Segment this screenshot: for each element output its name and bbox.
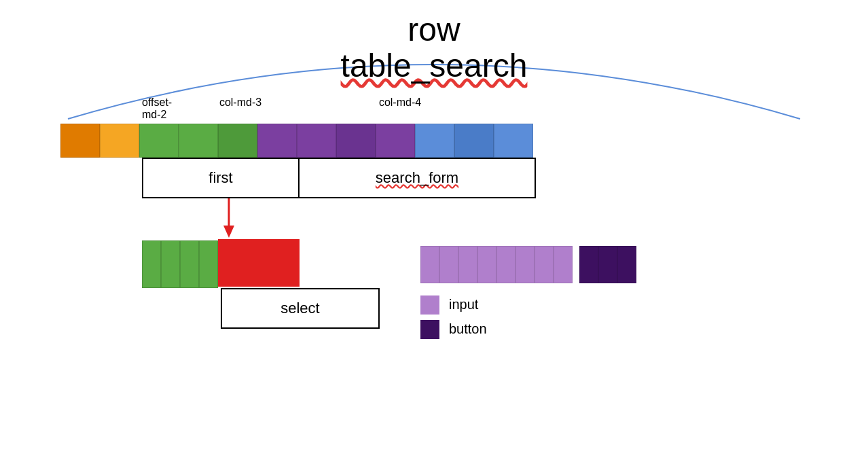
block-orange-2 (100, 124, 139, 158)
grid-row (60, 124, 808, 158)
block-purple-2 (297, 124, 336, 158)
legend-button: button (420, 320, 636, 339)
box-first: first (142, 158, 300, 198)
sg-4 (199, 240, 218, 288)
box-offset-spacer (60, 158, 142, 198)
title-table-search: table_search (0, 48, 868, 84)
legend-block-light-4 (477, 246, 496, 283)
offset-blocks (60, 124, 139, 158)
red-block (218, 239, 300, 287)
lower-spacer (60, 198, 142, 339)
col3-label: col-md-3 (183, 96, 298, 121)
main-container: row table_search offset-md-2 col-md-3 co… (0, 0, 868, 466)
small-green-blocks (142, 240, 218, 288)
sg-3 (180, 240, 199, 288)
block-blue-2 (454, 124, 494, 158)
block-blue-3 (494, 124, 533, 158)
legend-block-dark-1 (579, 246, 598, 283)
col4-label: col-md-4 (298, 96, 502, 121)
legend-area: input button (420, 205, 636, 339)
legend-blocks (420, 246, 636, 283)
legend-input-color (420, 295, 439, 315)
legend-block-light-1 (420, 246, 439, 283)
purple-blocks (257, 124, 415, 158)
named-boxes-row: first search_form (60, 158, 808, 198)
block-green-3 (218, 124, 257, 158)
title-row: row (0, 12, 868, 48)
block-purple-3 (336, 124, 376, 158)
label-offset: offset-md-2 (142, 96, 183, 121)
block-green-1 (139, 124, 179, 158)
svg-marker-1 (223, 226, 234, 238)
legend-block-light-5 (496, 246, 516, 283)
legend-input: input (420, 295, 636, 315)
legend-button-color (420, 320, 439, 339)
select-box: select (221, 288, 380, 329)
legend-block-light-2 (439, 246, 458, 283)
legend-block-light-6 (516, 246, 535, 283)
sg-2 (161, 240, 180, 288)
legend-block-light-8 (554, 246, 573, 283)
lower-left-col: select (142, 198, 380, 339)
legend-button-label: button (449, 321, 487, 337)
legend-block-dark-3 (617, 246, 636, 283)
blue-blocks (415, 124, 533, 158)
lower-wrapper: select input (60, 198, 808, 339)
sg-1 (142, 240, 161, 288)
title-area: row table_search (0, 0, 868, 84)
legend-block-light-7 (535, 246, 554, 283)
block-blue-1 (415, 124, 454, 158)
box-search-form: search_form (300, 158, 536, 198)
offset-label-spacer (60, 96, 142, 121)
legend-input-label: input (449, 297, 478, 312)
green-blocks (139, 124, 257, 158)
legend-gap (573, 246, 579, 283)
block-purple-4 (376, 124, 415, 158)
legend-block-light-3 (458, 246, 477, 283)
block-orange-1 (60, 124, 100, 158)
block-purple-1 (257, 124, 297, 158)
arrow-down-svg (215, 198, 249, 239)
combined-row (142, 239, 380, 288)
legend-block-dark-2 (598, 246, 617, 283)
block-green-2 (179, 124, 218, 158)
offset-text: offset-md-2 (142, 96, 172, 120)
